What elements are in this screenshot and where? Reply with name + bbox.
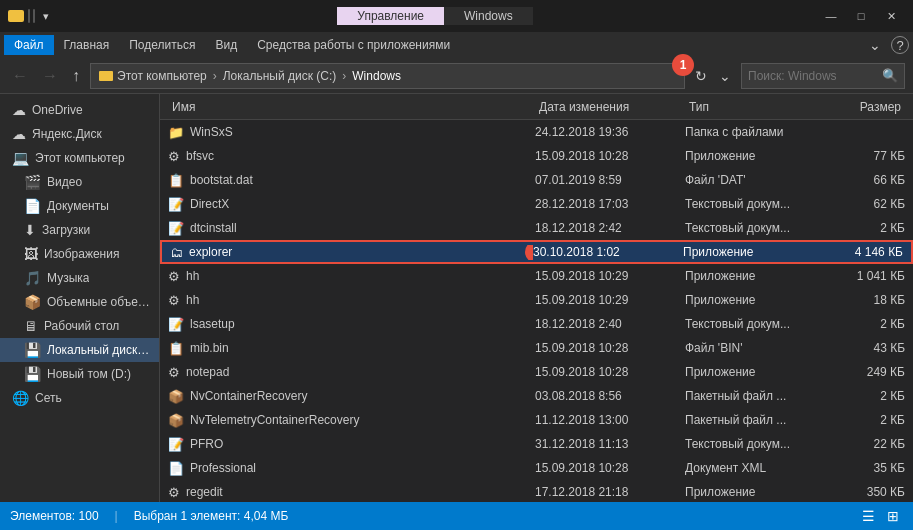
menu-share[interactable]: Поделиться — [119, 35, 205, 55]
refresh-button[interactable]: ↻ — [691, 66, 711, 86]
file-list: 📁 WinSxS 24.12.2018 19:36 Папка с файлам… — [160, 120, 913, 502]
sidebar-item-downloads[interactable]: ⬇ Загрузки — [0, 218, 159, 242]
col-name[interactable]: Имя — [168, 100, 535, 114]
file-type-icon: ⚙ — [168, 293, 180, 308]
file-type-icon: 🗂 — [170, 245, 183, 260]
table-row[interactable]: ⚙ hh 15.09.2018 10:29 Приложение 18 КБ — [160, 288, 913, 312]
sidebar-item-thispc[interactable]: 💻 Этот компьютер — [0, 146, 159, 170]
table-row[interactable]: 📝 PFRO 31.12.2018 11:13 Текстовый докум.… — [160, 432, 913, 456]
file-name: 📝 lsasetup — [168, 317, 535, 332]
table-row[interactable]: 📄 Professional 15.09.2018 10:28 Документ… — [160, 456, 913, 480]
forward-button[interactable]: → — [38, 65, 62, 87]
yandex-icon: ☁ — [12, 126, 26, 142]
file-size: 77 КБ — [825, 149, 905, 163]
table-row[interactable]: 🗂 explorer 2 30.10.2018 1:02 Приложение … — [160, 240, 913, 264]
search-input[interactable] — [748, 69, 878, 83]
table-row[interactable]: ⚙ notepad 15.09.2018 10:28 Приложение 24… — [160, 360, 913, 384]
table-row[interactable]: ⚙ bfsvc 15.09.2018 10:28 Приложение 77 К… — [160, 144, 913, 168]
details-view-btn[interactable]: ☰ — [858, 506, 879, 526]
minimize-button[interactable]: — — [817, 6, 845, 26]
windows-title: Windows — [444, 7, 533, 25]
close-button[interactable]: ✕ — [877, 6, 905, 26]
menu-tools[interactable]: Средства работы с приложениями — [247, 35, 460, 55]
col-size[interactable]: Размер — [825, 100, 905, 114]
sidebar-item-ddrive[interactable]: 💾 Новый том (D:) — [0, 362, 159, 386]
table-row[interactable]: 📦 NvTelemetryContainerRecovery 11.12.201… — [160, 408, 913, 432]
file-size: 1 041 КБ — [825, 269, 905, 283]
quick-access-btn[interactable]: ▾ — [39, 10, 53, 23]
badge-2: 2 — [525, 245, 533, 260]
search-icon[interactable]: 🔍 — [882, 68, 898, 83]
sidebar-item-video[interactable]: 🎬 Видео — [0, 170, 159, 194]
sidebar-item-images[interactable]: 🖼 Изображения — [0, 242, 159, 266]
sidebar-item-3d[interactable]: 📦 Объемные объекты — [0, 290, 159, 314]
images-icon: 🖼 — [24, 246, 38, 262]
table-row[interactable]: 📋 bootstat.dat 07.01.2019 8:59 Файл 'DAT… — [160, 168, 913, 192]
menu-file[interactable]: Файл — [4, 35, 54, 55]
collapse-ribbon-btn[interactable]: ⌄ — [863, 37, 887, 53]
address-bar: ← → ↑ Этот компьютер › Локальный диск (C… — [0, 58, 913, 94]
title-bar-center: Управление Windows — [53, 7, 817, 25]
menu-home[interactable]: Главная — [54, 35, 120, 55]
downloads-icon: ⬇ — [24, 222, 36, 238]
file-date: 07.01.2019 8:59 — [535, 173, 685, 187]
file-type-icon: 📦 — [168, 389, 184, 404]
thispc-icon: 💻 — [12, 150, 29, 166]
table-row[interactable]: 📋 mib.bin 15.09.2018 10:28 Файл 'BIN' 43… — [160, 336, 913, 360]
col-date[interactable]: Дата изменения — [535, 100, 685, 114]
table-row[interactable]: 📁 WinSxS 24.12.2018 19:36 Папка с файлам… — [160, 120, 913, 144]
tiles-view-btn[interactable]: ⊞ — [883, 506, 903, 526]
file-name-label: mib.bin — [190, 341, 229, 355]
back-button[interactable]: ← — [8, 65, 32, 87]
recent-locations-button[interactable]: ⌄ — [715, 66, 735, 86]
table-row[interactable]: 📝 lsasetup 18.12.2018 2:40 Текстовый док… — [160, 312, 913, 336]
file-list-header: Имя Дата изменения Тип Размер — [160, 94, 913, 120]
network-icon: 🌐 — [12, 390, 29, 406]
address-path[interactable]: Этот компьютер › Локальный диск (C:) › W… — [90, 63, 685, 89]
divider — [28, 9, 30, 23]
file-size: 62 КБ — [825, 197, 905, 211]
title-bar-dividers — [28, 9, 35, 23]
folder-icon — [8, 10, 24, 22]
file-name-label: bootstat.dat — [190, 173, 253, 187]
path-computer: Этот компьютер — [117, 69, 207, 83]
file-list-area: Имя Дата изменения Тип Размер 📁 WinSxS 2… — [160, 94, 913, 502]
table-row[interactable]: ⚙ hh 15.09.2018 10:29 Приложение 1 041 К… — [160, 264, 913, 288]
file-date: 18.12.2018 2:42 — [535, 221, 685, 235]
table-row[interactable]: 📝 DirectX 28.12.2018 17:03 Текстовый док… — [160, 192, 913, 216]
divider — [33, 9, 35, 23]
sidebar-item-music[interactable]: 🎵 Музыка — [0, 266, 159, 290]
cdrive-icon: 💾 — [24, 342, 41, 358]
title-bar: ▾ Управление Windows — □ ✕ — [0, 0, 913, 32]
file-name: 📋 mib.bin — [168, 341, 535, 356]
sidebar-item-onedrive[interactable]: ☁ OneDrive — [0, 98, 159, 122]
menu-view[interactable]: Вид — [205, 35, 247, 55]
file-type-icon: 📝 — [168, 221, 184, 236]
file-name-label: dtcinstall — [190, 221, 237, 235]
file-type-icon: 📝 — [168, 317, 184, 332]
maximize-button[interactable]: □ — [847, 6, 875, 26]
sidebar-item-docs[interactable]: 📄 Документы — [0, 194, 159, 218]
sidebar-item-network[interactable]: 🌐 Сеть — [0, 386, 159, 410]
file-date: 15.09.2018 10:28 — [535, 149, 685, 163]
file-type: Документ XML — [685, 461, 825, 475]
file-name: 📁 WinSxS — [168, 125, 535, 140]
sidebar-item-cdrive[interactable]: 💾 Локальный диск (C:) — [0, 338, 159, 362]
search-box[interactable]: 🔍 — [741, 63, 905, 89]
up-button[interactable]: ↑ — [68, 65, 84, 87]
table-row[interactable]: 📝 dtcinstall 18.12.2018 2:42 Текстовый д… — [160, 216, 913, 240]
help-btn[interactable]: ? — [891, 36, 909, 54]
file-date: 30.10.2018 1:02 — [533, 245, 683, 259]
onedrive-icon: ☁ — [12, 102, 26, 118]
sidebar-item-yandex[interactable]: ☁ Яндекс.Диск — [0, 122, 159, 146]
sidebar-item-desktop[interactable]: 🖥 Рабочий стол — [0, 314, 159, 338]
file-date: 28.12.2018 17:03 — [535, 197, 685, 211]
file-name-label: Professional — [190, 461, 256, 475]
file-type: Приложение — [685, 149, 825, 163]
file-date: 15.09.2018 10:29 — [535, 269, 685, 283]
table-row[interactable]: 📦 NvContainerRecovery 03.08.2018 8:56 Па… — [160, 384, 913, 408]
file-name-label: hh — [186, 269, 199, 283]
col-type[interactable]: Тип — [685, 100, 825, 114]
file-name: ⚙ hh — [168, 269, 535, 284]
table-row[interactable]: ⚙ regedit 17.12.2018 21:18 Приложение 35… — [160, 480, 913, 502]
